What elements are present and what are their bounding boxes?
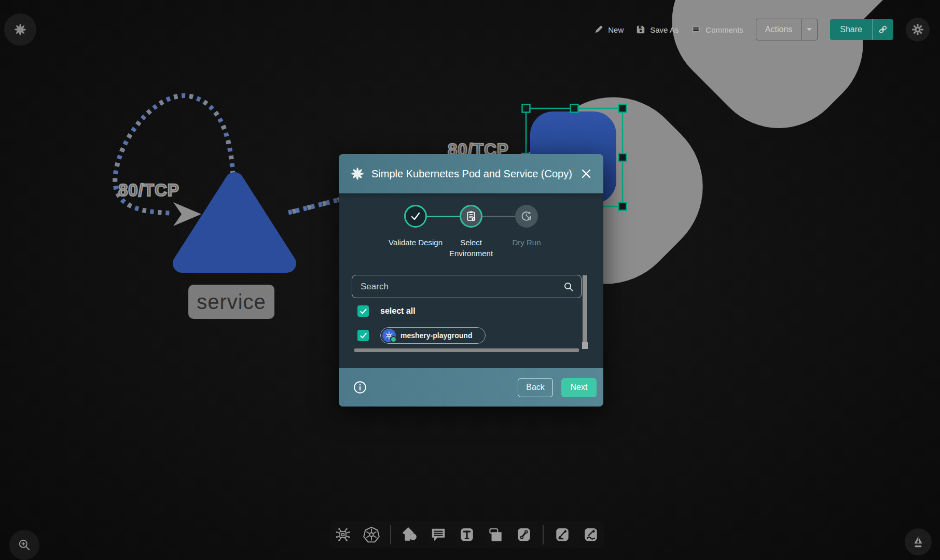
select-all-label: select all (380, 306, 416, 316)
service-node-label[interactable]: service (188, 285, 274, 319)
new-button[interactable]: New (594, 25, 624, 34)
toolbar-kubernetes-button[interactable] (360, 522, 383, 547)
modal-footer: Back Next (339, 368, 603, 407)
save-icon (636, 25, 645, 34)
new-label: New (608, 25, 624, 34)
toolbar-connection-button[interactable] (513, 522, 535, 547)
environment-name: meshery-playground (400, 331, 472, 340)
close-button[interactable] (580, 168, 592, 179)
step-select-environment[interactable] (460, 205, 482, 228)
connected-status-dot (390, 336, 397, 343)
search-input[interactable] (360, 281, 559, 292)
back-button[interactable]: Back (518, 378, 553, 397)
step-label-environment: Select Environment (440, 237, 502, 259)
freehand-draw-icon (583, 526, 599, 543)
next-button[interactable]: Next (561, 378, 597, 397)
meshery-kanvas-app: 80/TCP 80/TCP service New Save As (0, 0, 940, 560)
comments-label: Comments (706, 25, 743, 34)
share-button[interactable]: Share (830, 19, 893, 40)
select-all-row: select all (357, 305, 416, 317)
check-icon (410, 211, 421, 222)
check-icon (360, 307, 367, 315)
vertical-scrollbar[interactable] (583, 275, 587, 344)
stepper-connector (427, 216, 460, 217)
edge-arrowhead (173, 202, 201, 226)
toolbar-draw-button[interactable] (579, 522, 602, 547)
pencil-icon (594, 25, 603, 34)
plug-icon (907, 0, 940, 358)
pen-tool-icon (554, 526, 571, 543)
deploy-design-modal: Simple Kubernetes Pod and Service (Copy) (339, 154, 603, 407)
edge-port-label: 80/TCP (118, 180, 179, 200)
gear-icon (911, 23, 924, 36)
shapes-icon (402, 526, 418, 543)
kubernetes-icon (382, 329, 396, 342)
step-dry-run[interactable] (515, 205, 538, 228)
settings-button[interactable] (906, 18, 930, 41)
close-icon (580, 168, 592, 179)
toolbar-divider (390, 525, 391, 544)
toolbar-divider (543, 525, 544, 544)
info-button[interactable] (353, 381, 367, 394)
canvas-toolbar (329, 521, 604, 548)
copy-link-button[interactable] (872, 19, 893, 40)
share-label: Share (830, 25, 872, 34)
step-label-dry-run: Dry Run (495, 237, 558, 248)
environment-search (352, 275, 582, 298)
media-icon (487, 526, 504, 543)
step-label-validate: Validate Design (384, 237, 447, 248)
chevron-down-icon (807, 28, 812, 31)
comments-button[interactable]: Comments (691, 25, 743, 35)
modal-title: Simple Kubernetes Pod and Service (Copy) (371, 168, 574, 180)
toolbar-text-button[interactable] (455, 522, 478, 547)
scrollbar-corner (582, 342, 588, 349)
toolbar-pen-button[interactable] (551, 522, 574, 547)
stepper (339, 205, 603, 228)
toolbar-shapes-button[interactable] (398, 522, 421, 547)
comment-icon (430, 526, 447, 543)
toolbar-comment-button[interactable] (427, 522, 450, 547)
stepper-connector (482, 216, 515, 217)
kubernetes-icon (363, 526, 380, 543)
environment-chip[interactable]: meshery-playground (380, 327, 486, 344)
check-icon (360, 332, 367, 340)
actions-label: Actions (756, 19, 801, 40)
connection-icon (516, 526, 532, 543)
comment-icon (691, 25, 701, 35)
environment-checkbox[interactable] (357, 330, 369, 341)
text-icon (459, 526, 475, 543)
toolbar-components-button[interactable] (331, 522, 354, 547)
select-all-checkbox[interactable] (357, 305, 369, 317)
modal-header: Simple Kubernetes Pod and Service (Copy) (339, 154, 603, 193)
horizontal-scrollbar[interactable] (354, 348, 579, 352)
save-as-label: Save As (650, 25, 679, 34)
components-icon (335, 526, 351, 543)
search-icon[interactable] (563, 282, 574, 292)
clipboard-gear-icon (465, 210, 477, 222)
save-as-button[interactable]: Save As (636, 25, 679, 34)
dry-run-icon (520, 210, 533, 222)
actions-dropdown-toggle[interactable] (801, 19, 817, 40)
modal-body: Validate Design Select Environment Dry R… (339, 193, 603, 368)
link-icon (878, 25, 888, 34)
toolbar-media-button[interactable] (484, 522, 507, 547)
step-validate-design[interactable] (404, 205, 427, 228)
meshery-logo-icon (350, 166, 365, 181)
environment-row: meshery-playground (357, 327, 486, 344)
top-toolbar: New Save As Comments Actions Sh (594, 18, 930, 41)
info-icon (353, 381, 367, 394)
actions-button[interactable]: Actions (756, 19, 818, 40)
